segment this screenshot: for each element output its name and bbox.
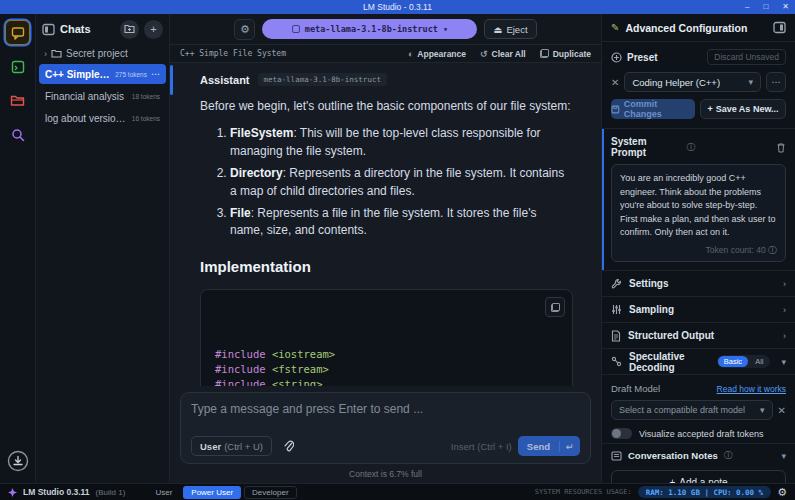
sampling-label: Sampling — [629, 304, 776, 315]
section-structured-output[interactable]: Structured Output › — [602, 323, 795, 349]
role-shortcut: (Ctrl + U) — [224, 441, 263, 452]
conversation-area[interactable]: Assistant meta-llama-3.1-8b-instruct Bef… — [170, 63, 601, 386]
undo-icon: ↺ — [480, 49, 488, 59]
pencil-icon: ✎ — [611, 22, 619, 33]
appearance-icon: ◐ — [408, 49, 413, 59]
spec-mode-all[interactable]: All — [749, 356, 769, 367]
input-zone: User (Ctrl + U) Insert (Ctrl + I) — [170, 386, 601, 483]
close-icon[interactable]: ✕ — [782, 0, 789, 14]
chevron-right-icon: › — [783, 305, 786, 315]
draft-select-placeholder: Select a compatible draft model — [619, 405, 745, 415]
trash-icon[interactable] — [776, 142, 786, 153]
downloads-button[interactable] — [5, 448, 30, 473]
appearance-button[interactable]: ◐ Appearance — [408, 49, 466, 59]
duplicate-icon — [540, 49, 549, 58]
draft-model-label: Draft Model — [611, 383, 717, 394]
new-folder-button[interactable] — [120, 20, 139, 39]
resources-usage-value[interactable]: RAM: 1.10 GB | CPU: 0.00 % — [638, 486, 771, 498]
panel-toggle-icon[interactable] — [42, 23, 55, 36]
input-toolbar: User (Ctrl + U) Insert (Ctrl + I) — [191, 436, 580, 456]
chat-main: ⚙ meta-llama-3.1-8b-instruct ▾ ⏏ Eject C… — [170, 14, 601, 483]
chat-item-tokens: 18 tokens — [132, 93, 160, 100]
plus-icon: + — [150, 23, 156, 35]
preset-menu-button[interactable]: ⋯ — [766, 72, 786, 92]
message-input[interactable] — [191, 402, 580, 436]
maximize-icon[interactable]: □ — [763, 0, 768, 14]
ellipsis-icon[interactable]: ⋯ — [151, 69, 160, 79]
message-model-badge: meta-llama-3.1-8b-instruct — [258, 73, 387, 86]
collapse-panel-icon[interactable] — [773, 21, 786, 34]
commit-changes-button[interactable]: Commit Changes — [611, 99, 695, 119]
draft-model-select[interactable]: Select a compatible draft model ▾ — [611, 400, 773, 420]
speculative-decoding-icon — [611, 356, 622, 367]
insert-button[interactable]: Insert (Ctrl + I) — [451, 441, 512, 452]
info-icon: ⓘ — [724, 449, 733, 462]
nav-chats-button[interactable] — [5, 20, 30, 45]
message-input-box[interactable]: User (Ctrl + U) Insert (Ctrl + I) — [180, 392, 591, 464]
preset-select[interactable]: Coding Helper (C++) ▾ — [624, 72, 761, 92]
appearance-label: Appearance — [417, 49, 466, 59]
chevron-down-icon: ▾ — [748, 77, 753, 87]
scrollbar-indicator[interactable] — [170, 65, 173, 95]
spec-mode-toggle[interactable]: Basic All — [717, 355, 771, 368]
model-selector[interactable]: meta-llama-3.1-8b-instruct ▾ — [262, 19, 477, 39]
model-settings-button[interactable]: ⚙ — [234, 19, 255, 40]
sliders-icon — [611, 304, 622, 315]
chat-folder-row[interactable]: › Secret project — [36, 44, 169, 63]
attach-button[interactable] — [278, 436, 300, 456]
eject-button[interactable]: ⏏ Eject — [484, 19, 536, 39]
preset-actions-row: Commit Changes + Save As New... — [602, 95, 795, 128]
visualize-tokens-toggle[interactable] — [611, 428, 632, 439]
system-prompt-editor[interactable]: You are an incredibly good C++ engineer.… — [611, 164, 786, 262]
panel-header: ✎ Advanced Configuration — [602, 14, 795, 42]
chevron-down-icon: ▾ — [781, 451, 786, 461]
chat-item-label: C++ Simple File System — [45, 69, 111, 80]
save-as-new-label: Save As New... — [716, 104, 779, 114]
nav-my-models-button[interactable] — [5, 88, 30, 113]
send-label: Send — [518, 441, 559, 452]
message-header: Assistant meta-llama-3.1-8b-instruct — [200, 73, 573, 86]
message-body: Before we begin, let's outline the basic… — [200, 98, 573, 386]
chat-item-selected[interactable]: C++ Simple File System 275 tokens ⋯ — [39, 64, 166, 84]
app-version: LM Studio 0.3.11 — [23, 487, 90, 497]
chat-item[interactable]: Financial analysis 18 tokens — [39, 86, 166, 106]
advanced-config-panel: ✎ Advanced Configuration Preset Discard … — [601, 14, 795, 483]
duplicate-button[interactable]: Duplicate — [540, 49, 591, 59]
section-speculative-decoding[interactable]: Speculative Decoding Basic All ▾ — [602, 349, 795, 375]
visualize-tokens-label: Visualize accepted draft tokens — [639, 429, 763, 439]
copy-code-button[interactable] — [545, 297, 565, 317]
model-name: meta-llama-3.1-8b-instruct — [305, 24, 438, 34]
discard-unsaved-button[interactable]: Discard Unsaved — [707, 49, 786, 65]
mode-power-user[interactable]: Power User — [183, 486, 241, 499]
gear-icon[interactable]: ⚙ — [777, 486, 787, 499]
clear-preset-icon[interactable]: ✕ — [611, 77, 619, 88]
new-chat-button[interactable]: + — [144, 20, 163, 39]
mode-user[interactable]: User — [147, 486, 180, 499]
chats-title: Chats — [60, 23, 91, 35]
clear-all-label: Clear All — [492, 49, 526, 59]
gear-icon: ⚙ — [240, 23, 250, 36]
visualize-tokens-row: Visualize accepted draft tokens — [611, 428, 786, 439]
lmstudio-logo — [8, 488, 17, 497]
context-usage: Context is 6.7% full — [180, 464, 591, 483]
nav-discover-button[interactable] — [5, 122, 30, 147]
mode-developer[interactable]: Developer — [244, 486, 296, 499]
send-button[interactable]: Send ↵ — [518, 436, 580, 456]
section-settings[interactable]: Settings › — [602, 271, 795, 297]
eject-icon: ⏏ — [493, 24, 502, 35]
role-toggle-button[interactable]: User (Ctrl + U) — [191, 436, 272, 456]
list-item: Directory: Represents a directory in the… — [230, 165, 573, 200]
spec-mode-basic[interactable]: Basic — [718, 356, 748, 367]
save-as-new-button[interactable]: + Save As New... — [700, 99, 786, 119]
chat-item[interactable]: log about version of ... 16 tokens — [39, 108, 166, 128]
structured-output-label: Structured Output — [628, 330, 776, 341]
section-sampling[interactable]: Sampling › — [602, 297, 795, 323]
clear-all-button[interactable]: ↺ Clear All — [480, 49, 526, 59]
read-how-it-works-link[interactable]: Read how it works — [717, 384, 786, 394]
nav-developer-button[interactable] — [5, 54, 30, 79]
settings-label: Settings — [629, 278, 776, 289]
clear-draft-icon[interactable]: ✕ — [778, 405, 786, 416]
minimize-icon[interactable]: – — [745, 0, 749, 14]
conversation-notes-section[interactable]: Conversation Notes ⓘ ▾ — [602, 443, 795, 467]
system-prompt-section: System Prompt ⓘ You are an incredibly go… — [602, 128, 795, 271]
